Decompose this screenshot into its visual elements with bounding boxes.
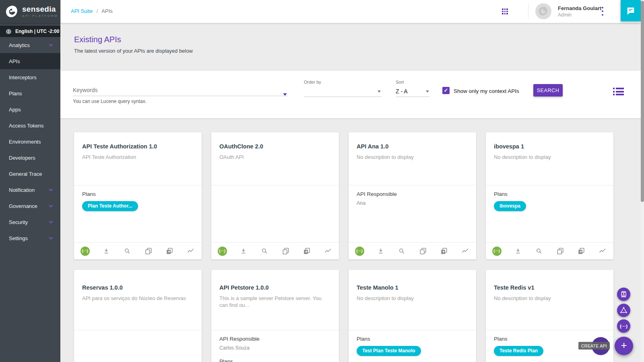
keywords-helper-text: You can use Lucene query syntax. (73, 99, 147, 104)
search-button[interactable]: SEARCH (533, 84, 563, 97)
copy-icon[interactable] (555, 246, 565, 256)
download-icon[interactable] (239, 246, 248, 256)
braces-icon: {···} (620, 324, 628, 329)
fab-create-graphql[interactable] (617, 304, 630, 317)
sidebar-item-label: Interceptors (9, 74, 37, 80)
sort-selected-option: Z - A (396, 88, 408, 95)
breadcrumb-current: APIs (101, 8, 112, 14)
chevron-down-icon (49, 236, 53, 240)
top-header: API Suite / APIs Fernanda Goulart Admin (60, 0, 641, 23)
clone-add-icon[interactable] (302, 246, 312, 256)
sort-value[interactable]: Z - A (396, 86, 430, 97)
breadcrumb-separator: / (97, 8, 98, 14)
sidebar-item-governance[interactable]: Governance (0, 198, 60, 214)
api-card[interactable]: API Petstore 1.0.0 This is a sample serv… (211, 270, 339, 362)
clone-add-icon[interactable] (439, 246, 449, 256)
plan-chip[interactable]: ibovespa (494, 201, 526, 211)
plan-chip[interactable]: Teste Redis Plan (494, 346, 543, 356)
api-responsible-label: API Responsible (357, 191, 468, 197)
sidebar-item-apps[interactable]: Apps (0, 101, 60, 117)
search-icon[interactable] (122, 246, 132, 256)
api-designer-icon[interactable]: {···} (218, 247, 227, 256)
page-scrollbar (641, 0, 644, 362)
analytics-trend-icon[interactable] (323, 246, 333, 256)
fab-import-contract[interactable] (617, 288, 630, 301)
brand-logo[interactable]: sensedia API PLATFORM (0, 0, 60, 23)
plans-label: Plans (494, 191, 605, 197)
scrollbar-thumb[interactable] (641, 1, 644, 202)
plan-chip[interactable]: Plan Teste Author... (82, 201, 138, 211)
brand-name: sensedia (22, 5, 58, 13)
api-card[interactable]: API Ana 1.0 No description to display AP… (349, 132, 476, 259)
plus-icon: + (621, 339, 627, 352)
analytics-trend-icon[interactable] (460, 246, 470, 256)
sidebar-item-general-trace[interactable]: General Trace (0, 166, 60, 182)
copy-icon[interactable] (144, 246, 153, 256)
search-icon[interactable] (397, 246, 407, 256)
sidebar-item-label: Apps (9, 107, 21, 113)
api-designer-icon[interactable]: {···} (80, 247, 90, 256)
plans-label: Plans (219, 358, 331, 362)
apps-grid-icon[interactable] (502, 8, 508, 14)
api-designer-icon[interactable]: {···} (355, 247, 364, 256)
keywords-input[interactable] (73, 84, 288, 96)
order-by-value[interactable] (304, 86, 382, 97)
api-responsible-value: Ana (357, 200, 468, 206)
download-icon[interactable] (513, 246, 523, 256)
locale-selector[interactable]: English | UTC -2:00 (0, 26, 60, 37)
sidebar-item-label: Governance (9, 203, 37, 209)
analytics-trend-icon[interactable] (186, 246, 196, 256)
brand-tagline: API PLATFORM (22, 14, 58, 18)
api-designer-icon[interactable]: {···} (492, 247, 502, 256)
api-card[interactable]: API Teste Authorization 1.0 API Teste Au… (74, 132, 202, 259)
chat-button[interactable] (621, 0, 641, 21)
analytics-trend-icon[interactable] (598, 246, 607, 256)
clone-add-icon[interactable] (165, 246, 174, 256)
sidebar-item-apis[interactable]: APIs (0, 53, 60, 69)
breadcrumb-link-api-suite[interactable]: API Suite (71, 8, 93, 14)
chat-bubble-icon (626, 6, 635, 15)
keywords-field-wrap (73, 84, 288, 96)
sidebar-item-security[interactable]: Security (0, 214, 60, 230)
sidebar: sensedia API PLATFORM English | UTC -2:0… (0, 0, 60, 362)
create-api-fab[interactable]: + (615, 337, 633, 355)
clone-add-icon[interactable] (576, 246, 586, 256)
list-view-toggle-icon[interactable] (613, 88, 624, 95)
fab-create-rest-api[interactable]: {···} (617, 319, 630, 333)
search-icon[interactable] (534, 246, 544, 256)
sidebar-item-access-tokens[interactable]: Access Tokens (0, 117, 60, 134)
locale-label: English | UTC -2:00 (15, 29, 59, 34)
kebab-menu-icon[interactable] (600, 7, 605, 16)
sidebar-item-notification[interactable]: Notification (0, 182, 60, 198)
copy-icon[interactable] (281, 246, 291, 256)
sidebar-item-plans[interactable]: Plans (0, 85, 60, 101)
api-card-title: API Ana 1.0 (357, 143, 468, 150)
api-card[interactable]: OAuthClone 2.0 OAuth API {···} (211, 132, 339, 259)
user-role: Admin (558, 12, 601, 18)
chevron-down-icon (378, 90, 381, 93)
sidebar-item-analytics[interactable]: Analytics (0, 37, 60, 53)
avatar[interactable] (535, 3, 551, 19)
order-by-select: Order by (304, 80, 382, 97)
search-icon[interactable] (260, 246, 269, 256)
api-card[interactable]: Reservas 1.0.0 API para os serviços do N… (74, 270, 202, 362)
copy-icon[interactable] (418, 246, 428, 256)
sidebar-item-developers[interactable]: Developers (0, 150, 60, 166)
download-icon[interactable] (101, 246, 111, 256)
page-title: Existing APIs (74, 35, 193, 44)
api-card[interactable]: Teste Manolo 1 No description to display… (349, 270, 476, 362)
sidebar-item-environments[interactable]: Environments (0, 134, 60, 150)
sidebar-item-label: Environments (9, 139, 41, 145)
api-card[interactable]: ibovespa 1 No description to display Pla… (486, 132, 613, 259)
context-checkbox[interactable]: ✓ (442, 87, 450, 94)
user-info[interactable]: Fernanda Goulart Admin (558, 5, 601, 18)
sidebar-item-settings[interactable]: Settings (0, 230, 60, 246)
filter-panel: You can use Lucene query syntax. Order b… (60, 71, 641, 118)
sidebar-item-label: Security (9, 219, 28, 225)
api-card-description: This is a sample server Petstore server.… (219, 295, 330, 309)
keywords-dropdown-caret-icon[interactable] (283, 93, 287, 96)
download-icon[interactable] (376, 246, 386, 256)
sidebar-item-interceptors[interactable]: Interceptors (0, 69, 60, 85)
api-card-title: Teste Redis v1 (494, 284, 605, 291)
plan-chip[interactable]: Test Plan Teste Manolo (357, 346, 421, 356)
